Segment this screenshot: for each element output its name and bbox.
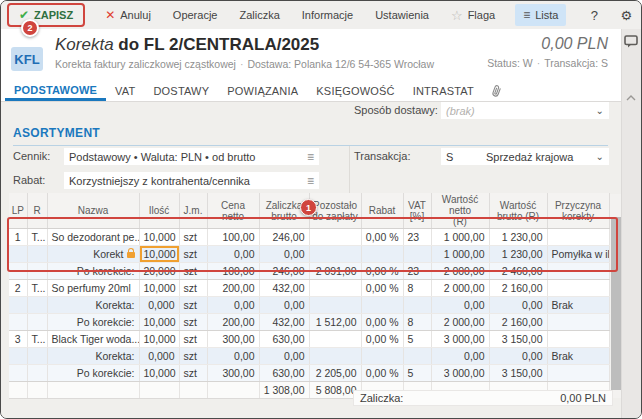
table-cell[interactable]: 10,000 bbox=[139, 314, 179, 331]
table-cell[interactable] bbox=[547, 365, 609, 382]
column-header[interactable]: Cena netto bbox=[207, 193, 259, 229]
table-cell[interactable] bbox=[207, 382, 259, 399]
table-cell[interactable]: 200,00 bbox=[207, 314, 259, 331]
tab-intrastat[interactable]: INTRASTAT bbox=[404, 81, 483, 101]
table-cell[interactable]: 2 bbox=[9, 280, 27, 297]
table-cell[interactable]: 1 308,00 bbox=[259, 382, 309, 399]
table-cell[interactable]: szt bbox=[179, 297, 207, 314]
column-header[interactable]: Wartość netto (R) bbox=[431, 193, 489, 229]
table-cell[interactable] bbox=[9, 297, 27, 314]
table-cell[interactable]: T... bbox=[27, 331, 47, 348]
table-cell[interactable]: 3 150,00 bbox=[489, 331, 547, 348]
table-cell[interactable] bbox=[547, 314, 609, 331]
table-cell[interactable] bbox=[547, 280, 609, 297]
help-button[interactable]: ? bbox=[582, 5, 606, 26]
discount-field[interactable]: Korzystniejszy z kontrahenta/cennika ≡ bbox=[64, 172, 319, 189]
table-cell[interactable]: Pomyłka w ilości bbox=[547, 246, 609, 263]
table-cell[interactable]: Korekta: bbox=[47, 297, 139, 314]
table-cell[interactable] bbox=[309, 229, 361, 246]
column-header[interactable]: Nazwa bbox=[47, 193, 139, 229]
table-cell[interactable]: szt bbox=[179, 365, 207, 382]
table-cell[interactable] bbox=[361, 297, 403, 314]
table-cell[interactable]: 3 000,00 bbox=[431, 365, 489, 382]
table-cell[interactable] bbox=[309, 297, 361, 314]
table-cell[interactable] bbox=[9, 314, 27, 331]
toolbar-menu-zaliczka[interactable]: Zaliczka bbox=[237, 6, 281, 24]
flag-button[interactable]: ☆ Flaga bbox=[447, 5, 499, 26]
price-list-field[interactable]: Podstawowy • Waluta: PLN • od brutto ≡ bbox=[64, 148, 319, 165]
delivery-method-select[interactable]: (brak) ⌄ bbox=[441, 102, 609, 119]
table-cell[interactable]: Korekt bbox=[47, 246, 139, 263]
tab-powiązania[interactable]: POWIĄZANIA bbox=[218, 81, 307, 101]
table-cell[interactable] bbox=[403, 297, 431, 314]
table-cell[interactable]: 10,000 bbox=[139, 229, 179, 246]
column-header[interactable]: R bbox=[27, 193, 47, 229]
tab-vat[interactable]: VAT bbox=[106, 81, 144, 101]
table-cell[interactable]: Korekta: bbox=[47, 348, 139, 365]
table-cell[interactable]: 1 000,00 bbox=[431, 229, 489, 246]
table-cell[interactable]: 2 000,00 bbox=[431, 280, 489, 297]
table-cell[interactable] bbox=[9, 348, 27, 365]
table-cell[interactable] bbox=[403, 246, 431, 263]
toolbar-menu-informacje[interactable]: Informacje bbox=[300, 6, 355, 24]
table-cell[interactable]: T... bbox=[27, 229, 47, 246]
table-cell[interactable]: 246,00 bbox=[259, 229, 309, 246]
table-cell[interactable]: Po korekcie: bbox=[47, 314, 139, 331]
table-cell[interactable]: 300,00 bbox=[207, 331, 259, 348]
table-cell[interactable]: szt bbox=[179, 263, 207, 280]
table-cell[interactable] bbox=[547, 263, 609, 280]
transaction-type-select[interactable]: S Sprzedaż krajowa ⌄ bbox=[441, 148, 609, 165]
table-cell[interactable]: Po korekcie: bbox=[47, 365, 139, 382]
table-cell[interactable] bbox=[9, 382, 27, 399]
table-cell[interactable]: 2 160,00 bbox=[489, 280, 547, 297]
table-cell[interactable] bbox=[547, 331, 609, 348]
table-cell[interactable] bbox=[547, 229, 609, 246]
list-button[interactable]: ≡ Lista bbox=[515, 4, 566, 26]
table-cell[interactable]: 630,00 bbox=[259, 331, 309, 348]
table-cell[interactable]: 1 512,00 bbox=[309, 314, 361, 331]
table-cell[interactable]: 0,00 % bbox=[361, 365, 403, 382]
column-header[interactable]: Wartość brutto (R) bbox=[489, 193, 547, 229]
table-cell[interactable] bbox=[309, 348, 361, 365]
table-cell[interactable]: 10,000 bbox=[139, 331, 179, 348]
table-cell[interactable]: 23 bbox=[403, 263, 431, 280]
table-cell[interactable]: 3 150,00 bbox=[489, 365, 547, 382]
table-cell[interactable] bbox=[27, 348, 47, 365]
table-cell[interactable]: 2 000,00 bbox=[431, 263, 489, 280]
paperclip-attachment-icon[interactable] bbox=[483, 81, 510, 101]
table-cell[interactable] bbox=[27, 314, 47, 331]
table-cell[interactable]: Brak bbox=[547, 297, 609, 314]
table-cell[interactable]: 0,000 bbox=[139, 348, 179, 365]
table-cell[interactable]: 100,00 bbox=[207, 263, 259, 280]
table-cell[interactable] bbox=[309, 280, 361, 297]
table-cell[interactable]: 300,00 bbox=[207, 365, 259, 382]
table-cell[interactable]: 0,00 % bbox=[361, 229, 403, 246]
table-cell[interactable]: T... bbox=[27, 280, 47, 297]
table-cell[interactable]: 0,00 bbox=[259, 348, 309, 365]
column-header[interactable]: Ilość bbox=[139, 193, 179, 229]
table-cell[interactable]: 3 bbox=[9, 331, 27, 348]
table-cell[interactable]: 23 bbox=[403, 229, 431, 246]
table-cell[interactable]: 8 bbox=[403, 280, 431, 297]
table-cell[interactable]: 8 bbox=[403, 314, 431, 331]
table-cell[interactable] bbox=[139, 382, 179, 399]
tab-księgowość[interactable]: KSIĘGOWOŚĆ bbox=[307, 81, 403, 101]
table-cell[interactable]: 0,00 bbox=[489, 348, 547, 365]
table-cell[interactable]: So perfumy 20ml bbox=[47, 280, 139, 297]
table-cell[interactable]: 0,00 bbox=[207, 246, 259, 263]
table-cell[interactable]: 630,00 bbox=[259, 365, 309, 382]
table-cell[interactable]: So dezodorant pe... bbox=[47, 229, 139, 246]
settings-gear-button[interactable]: ⚙ bbox=[614, 5, 638, 26]
table-cell[interactable] bbox=[9, 263, 27, 280]
table-cell[interactable]: 432,00 bbox=[259, 280, 309, 297]
table-cell[interactable]: 0,00 % bbox=[361, 331, 403, 348]
column-header[interactable]: Pozostało do zapłaty bbox=[309, 193, 361, 229]
table-cell[interactable]: Po korekcie: bbox=[47, 263, 139, 280]
table-cell[interactable] bbox=[47, 382, 139, 399]
table-cell[interactable] bbox=[403, 348, 431, 365]
table-cell[interactable]: 2 460,00 bbox=[489, 263, 547, 280]
table-cell[interactable] bbox=[27, 365, 47, 382]
table-cell[interactable] bbox=[9, 246, 27, 263]
table-cell[interactable]: szt bbox=[179, 331, 207, 348]
table-cell[interactable]: 432,00 bbox=[259, 314, 309, 331]
